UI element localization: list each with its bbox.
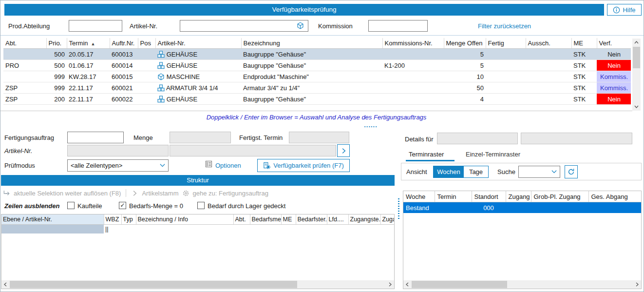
scroll-left-arrow-icon[interactable] — [403, 280, 411, 289]
table-row[interactable]: Bestand 000 — [403, 202, 641, 214]
tab-terminraster[interactable]: Terminraster — [409, 151, 444, 158]
hint-text: Doppelklick / Enter im Browser = Auswahl… — [0, 114, 632, 121]
struktur-horizontal-scrollbar[interactable] — [1, 280, 394, 289]
check-availability-icon — [263, 162, 270, 169]
scroll-right-arrow-icon[interactable] — [386, 280, 394, 289]
col-artikel-nr[interactable]: Artikel-Nr. — [155, 38, 241, 49]
col-typ[interactable]: Typ — [121, 214, 136, 225]
col-pos[interactable]: Pos — [138, 38, 155, 49]
table-row[interactable]: || — [1, 225, 395, 234]
col-bedarfstermin[interactable]: Bedarfster... — [296, 214, 327, 225]
gear-icon — [182, 190, 189, 197]
col-bezeichnung[interactable]: Bezeichnung — [241, 38, 382, 49]
prod-abteilung-label: Prod.Abteilung — [8, 22, 50, 30]
active-tab-indicator — [406, 160, 455, 161]
col-lfd[interactable]: Lfd.... — [327, 214, 348, 225]
col-ebene-artikel-nr[interactable]: Ebene / Artikel-Nr. — [1, 214, 104, 225]
goto-fertigungsauftrag-button[interactable]: gehe zu: Fertigungsauftrag — [193, 190, 268, 197]
check-availability-button[interactable]: Verfügbarkeit prüfen (F7) — [257, 159, 350, 172]
pruefmodus-select[interactable]: <alle Zeilentypen> — [67, 159, 169, 172]
filter-reset-link[interactable]: Filter zurücksetzen — [478, 22, 531, 30]
scroll-right-arrow-icon[interactable] — [633, 280, 641, 289]
expand-button[interactable] — [337, 144, 350, 157]
kommission-input[interactable] — [368, 20, 428, 32]
refresh-icon — [568, 168, 575, 175]
col-standort[interactable]: Standort — [472, 191, 506, 202]
checkbox-lager-gedeckt-label: Bedarf durch Lager gedeckt — [208, 202, 285, 210]
details-input-1 — [437, 133, 518, 144]
col-grob-pl-zugang[interactable]: Grob-Pl. Zugang — [531, 191, 588, 202]
status-badge: Nein — [597, 60, 631, 71]
chevron-right-icon — [340, 147, 347, 155]
col-me[interactable]: ME — [571, 38, 597, 49]
details-input-2 — [521, 133, 632, 144]
page-title: Verfügbarkeitsprüfung — [4, 4, 604, 16]
scrollbar-thumb[interactable] — [10, 281, 297, 288]
availability-check-window: Verfügbarkeitsprüfung Hilfe Prod.Abteilu… — [0, 0, 644, 292]
col-zugang[interactable]: Zugang — [506, 191, 531, 202]
suche-select[interactable] — [518, 166, 560, 178]
col-prio[interactable]: Prio. — [46, 38, 67, 49]
tab-einzel-terminraster[interactable]: Einzel-Terminraster — [466, 151, 520, 158]
col-termin[interactable]: Termin — [435, 191, 472, 202]
prod-abteilung-input[interactable] — [69, 20, 122, 32]
refresh-button[interactable] — [565, 165, 578, 178]
col-wbz[interactable]: WBZ — [104, 214, 121, 225]
scroll-left-arrow-icon[interactable] — [1, 280, 9, 289]
col-zugangstermin[interactable]: Zugangste... — [348, 214, 380, 225]
orders-vertical-scrollbar[interactable] — [632, 39, 641, 111]
view-tage-button[interactable]: Tage — [464, 166, 488, 177]
fertigungsauftrag-input[interactable] — [67, 132, 124, 143]
col-verf[interactable]: Verf. — [597, 38, 631, 49]
table-row[interactable]: PRO 500 01.06.17 600014 GEHÄUSE Baugrupp… — [3, 60, 631, 71]
scroll-up-arrow-icon[interactable] — [632, 39, 641, 46]
col-termin[interactable]: Termin▲ — [67, 38, 110, 49]
scrollbar-thumb[interactable] — [412, 281, 507, 288]
options-link[interactable]: Optionen — [215, 162, 241, 169]
checkbox-bedarfs-menge[interactable]: ✓ — [119, 202, 126, 209]
orders-header-row: Abt. Prio. Termin▲ Auftr.Nr. Pos Artikel… — [3, 38, 631, 49]
form-artikel-bezeichnung-input — [170, 145, 336, 156]
divider — [0, 111, 632, 111]
chevron-down-icon — [160, 163, 165, 168]
suche-label: Suche — [497, 168, 515, 175]
cube-icon[interactable] — [297, 22, 304, 29]
options-icon[interactable] — [205, 160, 212, 168]
table-row[interactable]: 999 KW.28.17 600015 MASCHINE Endprodukt … — [3, 71, 631, 82]
col-bezeichnung-info[interactable]: Bezeichnung / Info — [136, 214, 233, 225]
view-wochen-button[interactable]: Wochen — [434, 166, 464, 177]
col-woche[interactable]: Woche — [403, 191, 435, 202]
help-button[interactable]: Hilfe — [607, 4, 642, 16]
filter-artikel-nr-input[interactable] — [180, 20, 308, 32]
scroll-down-arrow-icon[interactable] — [632, 103, 641, 111]
checkbox-lager-gedeckt[interactable] — [197, 202, 205, 209]
col-abt[interactable]: Abt. — [233, 214, 250, 225]
scrollbar-thumb[interactable] — [633, 47, 640, 68]
filter-artikel-nr-label: Artikel-Nr. — [130, 22, 157, 30]
artikelstamm-button[interactable]: Artikelstamm — [142, 190, 178, 197]
panel-splitter[interactable] — [398, 198, 399, 220]
col-auftr-nr[interactable]: Auftr.Nr. — [110, 38, 138, 49]
col-ges-abgang[interactable]: Ges. Abgang — [588, 191, 641, 202]
table-row[interactable]: 500 20.05.17 600013 GEHÄUSE Baugruppe "G… — [3, 49, 631, 60]
table-row[interactable]: ZSP 200 22.11.17 600022 GEHÄUSE Baugrupp… — [3, 94, 631, 105]
struktur-header-row: Ebene / Artikel-Nr. WBZ Typ Bezeichnung … — [1, 214, 395, 225]
col-abt[interactable]: Abt. — [3, 38, 46, 49]
col-zugang[interactable]: Zugangs — [380, 214, 395, 225]
resolve-selection-button[interactable]: aktuelle Selektion weiter auflösen (F8) — [14, 190, 121, 197]
resolve-selection-icon — [3, 190, 10, 197]
row-marker: || — [104, 225, 121, 234]
checkbox-kaufteile[interactable] — [67, 202, 75, 209]
col-fertig[interactable]: Fertig — [486, 38, 526, 49]
col-me[interactable]: ME — [281, 214, 296, 225]
col-menge-offen[interactable]: Menge Offen — [444, 38, 486, 49]
col-bedarfsmenge[interactable]: Bedarfsme... — [250, 214, 281, 225]
table-row[interactable]: ZSP 999 22.11.17 600021 ARMATUR 3/4 1/4 … — [3, 82, 631, 94]
details-horizontal-scrollbar[interactable] — [403, 280, 641, 289]
col-kommissions-nr[interactable]: Kommissions-Nr. — [382, 38, 444, 49]
splitter-grip[interactable]: ...... — [351, 121, 390, 129]
help-label: Hilfe — [623, 6, 635, 14]
chevron-right-icon — [131, 190, 138, 197]
pruefmodus-label: Prüfmodus — [4, 162, 35, 169]
col-aussch[interactable]: Aussch. — [526, 38, 571, 49]
